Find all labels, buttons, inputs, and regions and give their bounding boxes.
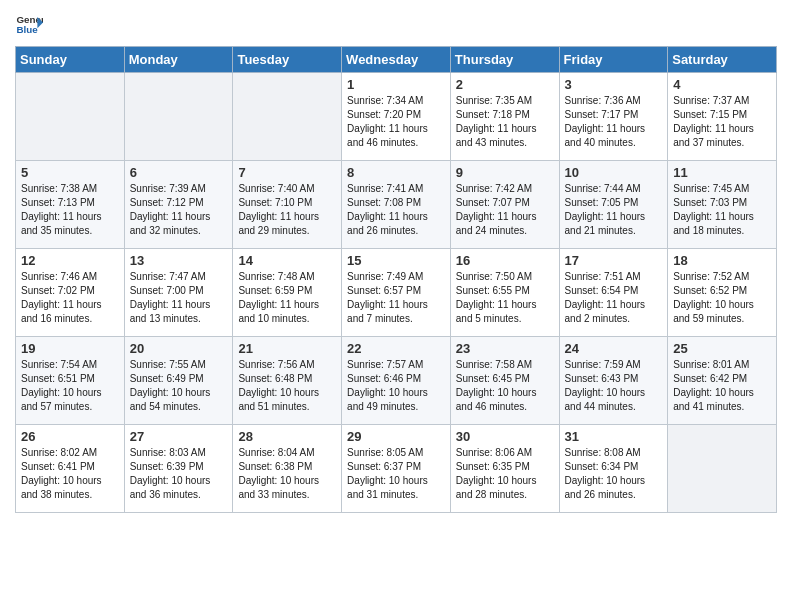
- day-number: 20: [130, 341, 228, 356]
- calendar-cell: 21Sunrise: 7:56 AM Sunset: 6:48 PM Dayli…: [233, 337, 342, 425]
- day-number: 16: [456, 253, 554, 268]
- weekday-row: Sunday Monday Tuesday Wednesday Thursday…: [16, 47, 777, 73]
- calendar-cell: 27Sunrise: 8:03 AM Sunset: 6:39 PM Dayli…: [124, 425, 233, 513]
- day-info: Sunrise: 8:02 AM Sunset: 6:41 PM Dayligh…: [21, 446, 119, 502]
- day-number: 24: [565, 341, 663, 356]
- calendar-cell: 10Sunrise: 7:44 AM Sunset: 7:05 PM Dayli…: [559, 161, 668, 249]
- day-number: 15: [347, 253, 445, 268]
- day-number: 5: [21, 165, 119, 180]
- day-info: Sunrise: 7:59 AM Sunset: 6:43 PM Dayligh…: [565, 358, 663, 414]
- week-row-5: 26Sunrise: 8:02 AM Sunset: 6:41 PM Dayli…: [16, 425, 777, 513]
- day-info: Sunrise: 8:05 AM Sunset: 6:37 PM Dayligh…: [347, 446, 445, 502]
- calendar-cell: 11Sunrise: 7:45 AM Sunset: 7:03 PM Dayli…: [668, 161, 777, 249]
- week-row-4: 19Sunrise: 7:54 AM Sunset: 6:51 PM Dayli…: [16, 337, 777, 425]
- day-info: Sunrise: 7:34 AM Sunset: 7:20 PM Dayligh…: [347, 94, 445, 150]
- day-number: 19: [21, 341, 119, 356]
- page-header: General Blue: [15, 10, 777, 38]
- calendar-cell: [233, 73, 342, 161]
- day-number: 13: [130, 253, 228, 268]
- day-number: 28: [238, 429, 336, 444]
- calendar-cell: 30Sunrise: 8:06 AM Sunset: 6:35 PM Dayli…: [450, 425, 559, 513]
- col-thursday: Thursday: [450, 47, 559, 73]
- day-info: Sunrise: 7:47 AM Sunset: 7:00 PM Dayligh…: [130, 270, 228, 326]
- calendar-cell: 17Sunrise: 7:51 AM Sunset: 6:54 PM Dayli…: [559, 249, 668, 337]
- col-saturday: Saturday: [668, 47, 777, 73]
- calendar-cell: 20Sunrise: 7:55 AM Sunset: 6:49 PM Dayli…: [124, 337, 233, 425]
- day-number: 27: [130, 429, 228, 444]
- day-number: 30: [456, 429, 554, 444]
- day-info: Sunrise: 7:58 AM Sunset: 6:45 PM Dayligh…: [456, 358, 554, 414]
- week-row-3: 12Sunrise: 7:46 AM Sunset: 7:02 PM Dayli…: [16, 249, 777, 337]
- day-info: Sunrise: 8:08 AM Sunset: 6:34 PM Dayligh…: [565, 446, 663, 502]
- calendar-cell: 26Sunrise: 8:02 AM Sunset: 6:41 PM Dayli…: [16, 425, 125, 513]
- day-info: Sunrise: 7:49 AM Sunset: 6:57 PM Dayligh…: [347, 270, 445, 326]
- day-info: Sunrise: 7:44 AM Sunset: 7:05 PM Dayligh…: [565, 182, 663, 238]
- day-info: Sunrise: 7:55 AM Sunset: 6:49 PM Dayligh…: [130, 358, 228, 414]
- day-info: Sunrise: 7:45 AM Sunset: 7:03 PM Dayligh…: [673, 182, 771, 238]
- day-number: 21: [238, 341, 336, 356]
- day-number: 12: [21, 253, 119, 268]
- week-row-2: 5Sunrise: 7:38 AM Sunset: 7:13 PM Daylig…: [16, 161, 777, 249]
- calendar-cell: [668, 425, 777, 513]
- calendar-cell: 25Sunrise: 8:01 AM Sunset: 6:42 PM Dayli…: [668, 337, 777, 425]
- day-number: 2: [456, 77, 554, 92]
- day-info: Sunrise: 7:39 AM Sunset: 7:12 PM Dayligh…: [130, 182, 228, 238]
- calendar-cell: 22Sunrise: 7:57 AM Sunset: 6:46 PM Dayli…: [342, 337, 451, 425]
- svg-text:Blue: Blue: [16, 24, 38, 35]
- day-info: Sunrise: 7:46 AM Sunset: 7:02 PM Dayligh…: [21, 270, 119, 326]
- calendar-cell: 5Sunrise: 7:38 AM Sunset: 7:13 PM Daylig…: [16, 161, 125, 249]
- day-number: 26: [21, 429, 119, 444]
- calendar-table: Sunday Monday Tuesday Wednesday Thursday…: [15, 46, 777, 513]
- day-number: 3: [565, 77, 663, 92]
- logo: General Blue: [15, 10, 43, 38]
- day-info: Sunrise: 7:38 AM Sunset: 7:13 PM Dayligh…: [21, 182, 119, 238]
- day-info: Sunrise: 8:06 AM Sunset: 6:35 PM Dayligh…: [456, 446, 554, 502]
- day-number: 25: [673, 341, 771, 356]
- day-number: 18: [673, 253, 771, 268]
- day-number: 8: [347, 165, 445, 180]
- col-sunday: Sunday: [16, 47, 125, 73]
- calendar-cell: 14Sunrise: 7:48 AM Sunset: 6:59 PM Dayli…: [233, 249, 342, 337]
- day-number: 17: [565, 253, 663, 268]
- col-monday: Monday: [124, 47, 233, 73]
- calendar-cell: [16, 73, 125, 161]
- calendar-cell: 16Sunrise: 7:50 AM Sunset: 6:55 PM Dayli…: [450, 249, 559, 337]
- day-number: 22: [347, 341, 445, 356]
- calendar-cell: 8Sunrise: 7:41 AM Sunset: 7:08 PM Daylig…: [342, 161, 451, 249]
- day-number: 31: [565, 429, 663, 444]
- calendar-cell: 15Sunrise: 7:49 AM Sunset: 6:57 PM Dayli…: [342, 249, 451, 337]
- day-number: 11: [673, 165, 771, 180]
- day-info: Sunrise: 8:03 AM Sunset: 6:39 PM Dayligh…: [130, 446, 228, 502]
- calendar-cell: 6Sunrise: 7:39 AM Sunset: 7:12 PM Daylig…: [124, 161, 233, 249]
- day-info: Sunrise: 7:37 AM Sunset: 7:15 PM Dayligh…: [673, 94, 771, 150]
- day-number: 7: [238, 165, 336, 180]
- calendar-cell: 12Sunrise: 7:46 AM Sunset: 7:02 PM Dayli…: [16, 249, 125, 337]
- day-number: 29: [347, 429, 445, 444]
- col-tuesday: Tuesday: [233, 47, 342, 73]
- day-info: Sunrise: 7:40 AM Sunset: 7:10 PM Dayligh…: [238, 182, 336, 238]
- day-info: Sunrise: 7:54 AM Sunset: 6:51 PM Dayligh…: [21, 358, 119, 414]
- day-info: Sunrise: 7:48 AM Sunset: 6:59 PM Dayligh…: [238, 270, 336, 326]
- day-number: 4: [673, 77, 771, 92]
- logo-icon: General Blue: [15, 10, 43, 38]
- calendar-cell: 3Sunrise: 7:36 AM Sunset: 7:17 PM Daylig…: [559, 73, 668, 161]
- col-wednesday: Wednesday: [342, 47, 451, 73]
- calendar-cell: 2Sunrise: 7:35 AM Sunset: 7:18 PM Daylig…: [450, 73, 559, 161]
- day-info: Sunrise: 7:57 AM Sunset: 6:46 PM Dayligh…: [347, 358, 445, 414]
- day-info: Sunrise: 8:04 AM Sunset: 6:38 PM Dayligh…: [238, 446, 336, 502]
- calendar-cell: 31Sunrise: 8:08 AM Sunset: 6:34 PM Dayli…: [559, 425, 668, 513]
- day-number: 1: [347, 77, 445, 92]
- calendar-cell: 24Sunrise: 7:59 AM Sunset: 6:43 PM Dayli…: [559, 337, 668, 425]
- col-friday: Friday: [559, 47, 668, 73]
- calendar-cell: 7Sunrise: 7:40 AM Sunset: 7:10 PM Daylig…: [233, 161, 342, 249]
- calendar-cell: 18Sunrise: 7:52 AM Sunset: 6:52 PM Dayli…: [668, 249, 777, 337]
- day-number: 23: [456, 341, 554, 356]
- day-number: 6: [130, 165, 228, 180]
- week-row-1: 1Sunrise: 7:34 AM Sunset: 7:20 PM Daylig…: [16, 73, 777, 161]
- calendar-cell: 23Sunrise: 7:58 AM Sunset: 6:45 PM Dayli…: [450, 337, 559, 425]
- calendar-cell: [124, 73, 233, 161]
- calendar-body: 1Sunrise: 7:34 AM Sunset: 7:20 PM Daylig…: [16, 73, 777, 513]
- day-info: Sunrise: 7:35 AM Sunset: 7:18 PM Dayligh…: [456, 94, 554, 150]
- calendar-cell: 1Sunrise: 7:34 AM Sunset: 7:20 PM Daylig…: [342, 73, 451, 161]
- calendar-cell: 28Sunrise: 8:04 AM Sunset: 6:38 PM Dayli…: [233, 425, 342, 513]
